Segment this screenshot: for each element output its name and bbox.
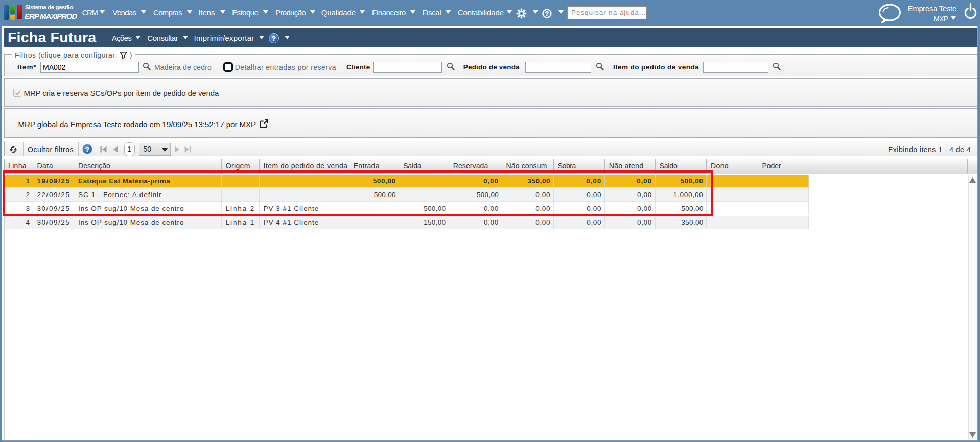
svg-text:?: ?	[272, 35, 276, 42]
svg-text:?: ?	[85, 145, 89, 153]
svg-text:?: ?	[545, 10, 549, 17]
